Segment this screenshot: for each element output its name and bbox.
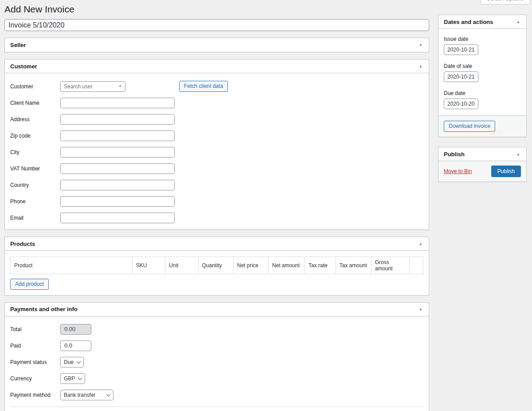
email-input[interactable] [60,213,175,223]
products-panel-title: Products [10,241,35,247]
collapse-panel-icon[interactable]: ▲ [418,241,423,247]
issue-date-label: Issue date [444,36,521,42]
add-product-button[interactable]: Add product [10,279,49,290]
main-column: Add New Invoice Seller ▼ Customer ▲ Cust… [4,0,429,411]
country-input[interactable] [60,180,175,190]
payments-panel-header[interactable]: Payments and other info ▲ [5,303,429,316]
country-row: Country [10,180,423,190]
customer-search-placeholder: Search user [64,83,93,90]
publish-panel-title: Publish [444,151,465,158]
customer-row: Customer Search user ▼ Fetch client data [10,81,423,92]
products-panel-body: Product SKU Unit Quantity Net price Net … [5,251,429,295]
country-label: Country [10,182,60,188]
customer-search-select[interactable]: Search user ▼ [60,81,125,92]
currency-value: GBP [64,375,75,382]
chevron-down-icon [78,375,82,380]
city-row: City [10,147,423,158]
payments-panel: Payments and other info ▲ Total Paid Pay… [4,302,429,411]
payments-panel-body: Total Paid Payment status Due [5,316,429,411]
payment-method-value: Bank transfer [64,392,95,398]
issue-date-input[interactable] [444,44,478,55]
total-input [60,324,91,335]
payment-status-row: Payment status Due [10,357,423,368]
column-product: Product [11,257,133,274]
client-name-input[interactable] [60,98,175,108]
city-label: City [10,149,60,155]
products-panel-header[interactable]: Products ▲ [5,237,429,251]
zip-input[interactable] [60,130,175,141]
total-label: Total [10,326,60,332]
column-unit: Unit [165,257,198,274]
zip-label: Zip code [10,133,60,139]
column-gross-amount: Gross amount [371,257,410,274]
address-label: Address [10,116,60,123]
payment-method-row: Payment method Bank transfer [10,390,423,400]
vat-row: VAT Number [10,163,423,174]
page-title: Add New Invoice [4,0,429,19]
dates-panel-title: Dates and actions [444,19,493,25]
currency-select[interactable]: GBP [60,373,85,384]
payment-status-select[interactable]: Due [60,357,84,368]
payments-panel-title: Payments and other info [10,306,78,312]
city-input[interactable] [60,147,175,158]
collapse-panel-icon[interactable]: ▲ [418,63,423,69]
due-date-input[interactable] [444,99,478,109]
customer-panel-body: Customer Search user ▼ Fetch client data… [5,73,429,229]
seller-panel: Seller ▼ [4,38,429,52]
invoice-title-input[interactable] [4,19,429,31]
column-net-price: Net price [233,257,268,274]
screen-options-button[interactable]: Screen Options [480,0,530,4]
dates-panel-body: Issue date Date of sale Due date [438,29,526,115]
dates-panel-header[interactable]: Dates and actions ▲ [438,15,526,29]
payment-method-label: Payment method [10,392,60,398]
sidebar: Dates and actions ▲ Issue date Date of s… [438,0,527,192]
move-to-bin-link[interactable]: Move to Bin [444,168,472,174]
email-label: Email [10,215,60,221]
address-row: Address [10,114,423,125]
column-sku: SKU [132,257,165,274]
dates-panel-footer: Download invoice [438,115,526,137]
paid-label: Paid [10,343,60,349]
publish-panel-body: Move to Bin Publish [438,161,526,182]
customer-panel-title: Customer [10,63,37,70]
paid-input[interactable] [60,340,91,351]
collapse-panel-icon[interactable]: ▲ [418,306,423,312]
fetch-client-data-button[interactable]: Fetch client data [179,81,228,92]
seller-panel-title: Seller [10,42,26,48]
chevron-down-icon [106,392,111,396]
customer-panel-header[interactable]: Customer ▲ [5,59,429,73]
sale-date-input[interactable] [444,71,478,82]
payment-status-label: Payment status [10,359,60,365]
client-name-row: Client Name [10,98,423,108]
dates-panel: Dates and actions ▲ Issue date Date of s… [438,15,527,137]
due-date-label: Due date [444,90,521,96]
products-table: Product SKU Unit Quantity Net price Net … [10,257,423,274]
currency-label: Currency [10,375,60,382]
vat-input[interactable] [60,163,175,174]
collapse-panel-icon[interactable]: ▲ [516,151,521,157]
seller-panel-header[interactable]: Seller ▼ [5,38,429,52]
chevron-down-icon: ▼ [118,84,122,88]
publish-panel: Publish ▲ Move to Bin Publish [438,147,527,182]
column-actions [410,257,423,274]
collapse-panel-icon[interactable]: ▲ [516,19,521,25]
vat-label: VAT Number [10,166,60,172]
publish-button[interactable]: Publish [491,166,521,177]
total-row: Total [10,324,423,335]
phone-input[interactable] [60,196,175,207]
products-header-row: Product SKU Unit Quantity Net price Net … [11,257,423,274]
column-net-amount: Net amount [268,257,305,274]
download-invoice-button[interactable]: Download invoice [444,121,495,132]
customer-label: Customer [10,83,60,90]
currency-row: Currency GBP [10,373,423,384]
admin-page: Screen Options Add New Invoice Seller ▼ … [0,0,532,411]
phone-row: Phone [10,196,423,207]
payment-status-value: Due [64,359,74,365]
client-name-label: Client Name [10,100,60,106]
customer-panel: Customer ▲ Customer Search user ▼ Fetch … [4,59,429,230]
expand-panel-icon[interactable]: ▼ [418,42,423,48]
address-input[interactable] [60,114,175,125]
column-quantity: Quantity [198,257,233,274]
publish-panel-header[interactable]: Publish ▲ [438,147,526,161]
payment-method-select[interactable]: Bank transfer [60,390,113,400]
